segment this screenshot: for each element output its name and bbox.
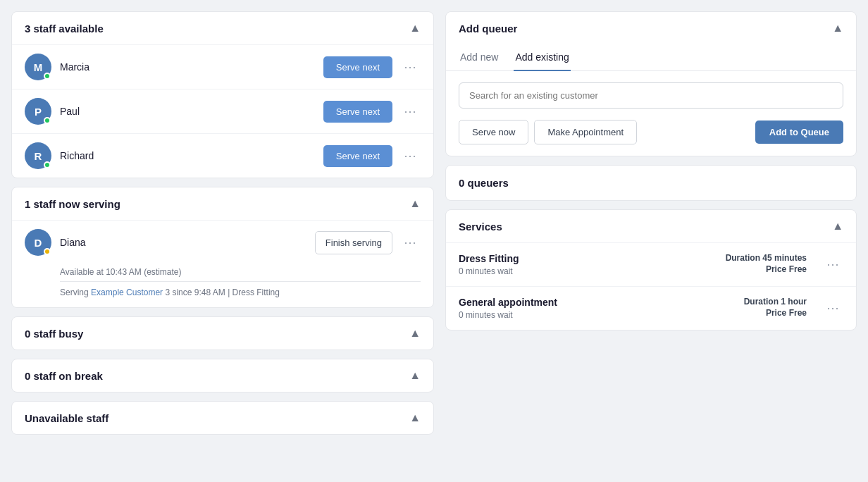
avatar-paul: P (25, 98, 51, 125)
add-queuer-body: Serve now Make Appointment Add to Queue (446, 71, 856, 156)
staff-name-marcia: Marcia (60, 61, 323, 73)
status-dot-richard (44, 161, 51, 168)
more-options-button-diana[interactable]: ⋯ (399, 232, 421, 253)
more-options-button-general-appointment[interactable]: ⋯ (822, 297, 843, 319)
tab-add-new[interactable]: Add new (459, 44, 500, 71)
staff-row-marcia: M Marcia Serve next ⋯ (12, 44, 433, 89)
service-meta-text-general-appointment: Duration 1 hour Price Free (744, 297, 807, 319)
service-row-general-appointment: General appointment 0 minutes wait Durat… (446, 286, 856, 330)
services-chevron-icon: ▲ (832, 220, 843, 233)
available-staff-header[interactable]: 3 staff available ▲ (12, 12, 433, 44)
service-name-dress-fitting: Dress Fitting (459, 253, 519, 264)
busy-staff-section: 0 staff busy ▲ (11, 316, 434, 350)
serving-staff-section: 1 staff now serving ▲ D Diana Finish ser… (11, 187, 434, 308)
queuers-header: 0 queuers (446, 166, 856, 200)
staff-row-richard: R Richard Serve next ⋯ (12, 133, 433, 178)
staff-row-paul: P Paul Serve next ⋯ (12, 89, 433, 133)
search-existing-customer-input[interactable] (459, 82, 843, 109)
serving-suffix: 3 since 9:48 AM | Dress Fitting (163, 288, 280, 297)
available-staff-section: 3 staff available ▲ M Marcia Serve next … (11, 11, 434, 178)
service-row-dress-fitting: Dress Fitting 0 minutes wait Duration 45… (446, 242, 856, 286)
status-dot-paul (44, 117, 51, 124)
action-buttons-row: Serve now Make Appointment Add to Queue (459, 120, 843, 144)
serving-prefix: Serving (60, 288, 91, 297)
break-staff-section: 0 staff on break ▲ (11, 359, 434, 393)
serve-next-button-richard[interactable]: Serve next (323, 145, 392, 167)
status-dot-marcia (44, 73, 51, 80)
serving-customer-link[interactable]: Example Customer (91, 288, 163, 297)
service-name-general-appointment: General appointment (459, 297, 557, 308)
service-info-general-appointment: General appointment 0 minutes wait (459, 297, 557, 320)
serving-staff-header[interactable]: 1 staff now serving ▲ (12, 187, 433, 220)
services-header[interactable]: Services ▲ (446, 210, 856, 242)
more-options-button-dress-fitting[interactable]: ⋯ (822, 254, 843, 275)
add-queuer-chevron-icon: ▲ (832, 22, 843, 35)
right-panel: Add queuer ▲ Add new Add existing Serve … (445, 11, 857, 471)
busy-staff-title: 0 staff busy (25, 328, 83, 340)
service-meta-text-dress-fitting: Duration 45 minutes Price Free (726, 253, 807, 276)
avatar-initial-richard: R (35, 150, 42, 162)
staff-row-diana: D Diana Finish serving ⋯ (12, 220, 433, 264)
left-panel: 3 staff available ▲ M Marcia Serve next … (11, 11, 434, 471)
serve-next-button-paul[interactable]: Serve next (323, 101, 392, 123)
serve-now-button[interactable]: Serve now (459, 120, 528, 144)
staff-name-paul: Paul (60, 106, 323, 117)
unavailable-chevron-icon: ▲ (409, 412, 421, 424)
break-staff-title: 0 staff on break (25, 370, 103, 382)
avatar-marcia: M (25, 54, 51, 80)
unavailable-staff-section: Unavailable staff ▲ (11, 401, 434, 435)
available-staff-title: 3 staff available (25, 23, 104, 35)
services-title: Services (459, 221, 502, 233)
break-chevron-icon: ▲ (409, 369, 421, 382)
serving-divider (60, 281, 421, 282)
service-duration-general-appointment: Duration 1 hour (744, 297, 807, 307)
service-price-dress-fitting: Price Free (726, 264, 807, 274)
service-meta-dress-fitting: Duration 45 minutes Price Free ⋯ (726, 253, 843, 276)
tab-add-existing[interactable]: Add existing (514, 44, 570, 71)
diana-serving-details: Available at 10:43 AM (estimate) Serving… (12, 264, 433, 307)
service-meta-general-appointment: Duration 1 hour Price Free ⋯ (744, 297, 843, 319)
more-options-button-richard[interactable]: ⋯ (399, 145, 421, 166)
service-info-dress-fitting: Dress Fitting 0 minutes wait (459, 253, 519, 276)
staff-name-diana: Diana (60, 237, 315, 248)
services-section: Services ▲ Dress Fitting 0 minutes wait … (445, 209, 857, 330)
add-queuer-title: Add queuer (459, 23, 517, 35)
add-queuer-header[interactable]: Add queuer ▲ (446, 12, 856, 44)
make-appointment-button[interactable]: Make Appointment (534, 120, 637, 144)
available-chevron-icon: ▲ (409, 22, 421, 35)
service-wait-dress-fitting: 0 minutes wait (459, 266, 519, 276)
service-wait-general-appointment: 0 minutes wait (459, 310, 557, 320)
serving-chevron-icon: ▲ (409, 197, 421, 210)
avatar-initial-paul: P (35, 106, 42, 118)
busy-staff-header[interactable]: 0 staff busy ▲ (12, 317, 433, 350)
unavailable-staff-header[interactable]: Unavailable staff ▲ (12, 402, 433, 434)
more-options-button-paul[interactable]: ⋯ (399, 101, 421, 122)
serve-next-button-marcia[interactable]: Serve next (323, 56, 392, 78)
add-to-queue-button[interactable]: Add to Queue (755, 121, 843, 144)
serving-staff-title: 1 staff now serving (25, 198, 120, 210)
diana-available-time: Available at 10:43 AM (estimate) (60, 267, 421, 277)
avatar-richard: R (25, 142, 51, 169)
more-options-button-marcia[interactable]: ⋯ (399, 56, 421, 78)
service-price-general-appointment: Price Free (744, 308, 807, 318)
finish-serving-button-diana[interactable]: Finish serving (315, 231, 392, 254)
break-staff-header[interactable]: 0 staff on break ▲ (12, 359, 433, 392)
unavailable-staff-title: Unavailable staff (25, 412, 108, 424)
avatar-initial-diana: D (35, 237, 42, 249)
status-dot-diana (44, 248, 51, 255)
queuers-title: 0 queuers (459, 177, 509, 189)
add-queuer-tabs: Add new Add existing (446, 44, 856, 71)
avatar-diana: D (25, 229, 51, 256)
diana-serving-info: Serving Example Customer 3 since 9:48 AM… (60, 288, 421, 297)
add-queuer-section: Add queuer ▲ Add new Add existing Serve … (445, 11, 857, 156)
busy-chevron-icon: ▲ (409, 327, 421, 340)
staff-name-richard: Richard (60, 150, 323, 161)
service-duration-dress-fitting: Duration 45 minutes (726, 253, 807, 263)
avatar-initial-marcia: M (34, 61, 43, 73)
queuers-section: 0 queuers (445, 165, 857, 201)
